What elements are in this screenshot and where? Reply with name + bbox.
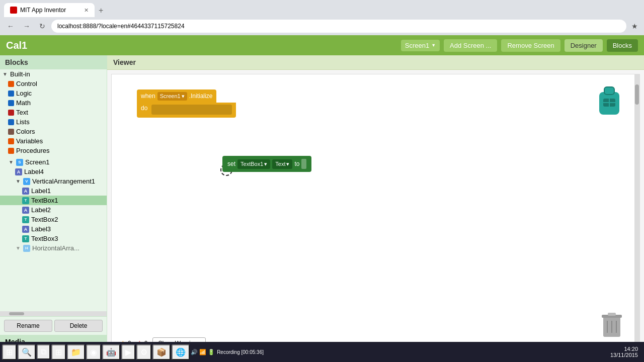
android-button[interactable]: 🤖	[102, 344, 120, 360]
category-logic-label: Logic	[16, 89, 32, 97]
date-display: 13/11/2015	[610, 352, 638, 358]
colors-color-icon	[8, 129, 14, 135]
rename-button[interactable]: Rename	[4, 320, 52, 332]
block-when-initialize[interactable]: when Screen1 ▾ .Initialize do	[137, 89, 236, 118]
initialize-label: .Initialize	[189, 93, 213, 100]
trash-icon[interactable]	[599, 311, 624, 342]
screen1-icon: S	[16, 159, 23, 166]
textbox1-icon: T	[22, 197, 29, 204]
va1-expand-icon: ▼	[15, 178, 21, 185]
delete-button[interactable]: Delete	[54, 320, 103, 332]
textbox1-dropdown-arrow: ▾	[264, 161, 267, 167]
taskbar: ⊞ 🔍 ⧉ ⊞ 📁 ◉ 🤖 ▶ ⚙ 📦 🌐 🔊 📶 🔋 Recording [0…	[0, 342, 644, 362]
time-display: 14:20	[610, 346, 638, 352]
block-when-cap: when Screen1 ▾ .Initialize	[137, 89, 216, 103]
terminal-button[interactable]: ▶	[121, 344, 135, 360]
component-textbox2[interactable]: T TextBox2	[0, 215, 107, 224]
textbox3-label: TextBox3	[31, 235, 58, 242]
remove-screen-button[interactable]: Remove Screen	[501, 39, 560, 52]
trash-svg	[599, 311, 624, 341]
screen1-dropdown[interactable]: Screen1 ▾	[157, 92, 187, 101]
backpack-icon[interactable]	[594, 84, 624, 121]
address-bar[interactable]	[51, 20, 626, 33]
viewer-scrollbar-thumb	[635, 84, 639, 105]
component-textbox1[interactable]: T TextBox1	[0, 196, 107, 205]
category-text[interactable]: Text	[0, 108, 107, 117]
rename-delete-bar: Rename Delete	[0, 317, 107, 335]
designer-button[interactable]: Designer	[565, 39, 603, 52]
component-label1[interactable]: A Label1	[0, 186, 107, 196]
search-button[interactable]: 🔍	[18, 344, 36, 360]
svg-rect-7	[608, 313, 616, 316]
app-button[interactable]: 📦	[152, 344, 171, 360]
sidebar-header: Blocks	[0, 55, 107, 69]
label2-icon: A	[22, 207, 29, 214]
textbox3-icon: T	[22, 235, 29, 242]
category-procedures[interactable]: Procedures	[0, 146, 107, 155]
blocks-button[interactable]: Blocks	[607, 39, 638, 52]
viewer: Viewer when Screen1 ▾ .Initialize do	[107, 55, 644, 362]
label3-icon: A	[22, 226, 29, 233]
expand-icon: ▼	[2, 71, 8, 77]
reload-button[interactable]: ↻	[36, 20, 48, 32]
control-color-icon	[8, 81, 14, 87]
text-color-icon	[8, 110, 14, 116]
forward-button[interactable]: →	[20, 20, 33, 32]
label4-label: Label4	[24, 168, 44, 175]
new-tab-button[interactable]: +	[95, 4, 107, 17]
category-logic[interactable]: Logic	[0, 88, 107, 98]
component-label3[interactable]: A Label3	[0, 224, 107, 234]
category-variables[interactable]: Variables	[0, 136, 107, 146]
category-math[interactable]: Math	[0, 98, 107, 108]
component-partial[interactable]: ▼ H HorizontalArra...	[0, 243, 107, 253]
component-textbox3[interactable]: T TextBox3	[0, 234, 107, 243]
category-colors[interactable]: Colors	[0, 127, 107, 136]
taskbar-clock: 14:20 13/11/2015	[610, 346, 642, 358]
logic-color-icon	[8, 90, 14, 97]
task-view-button[interactable]: ⧉	[37, 344, 50, 359]
tab-label: MIT App Inventor	[20, 7, 66, 14]
category-control-label: Control	[16, 80, 37, 87]
sidebar-hscroll[interactable]	[0, 311, 107, 316]
category-text-label: Text	[16, 109, 28, 116]
back-button[interactable]: ←	[4, 20, 17, 32]
set-label: set	[227, 160, 235, 167]
file-explorer-button[interactable]: 📁	[67, 344, 85, 360]
bookmark-icon[interactable]: ★	[629, 20, 640, 32]
textbox1-dropdown[interactable]: TextBox1 ▾	[237, 159, 270, 169]
category-control[interactable]: Control	[0, 79, 107, 88]
systray-icons: 🔊 📶 🔋	[191, 349, 215, 355]
text-dropdown[interactable]: Text ▾	[272, 159, 292, 169]
math-color-icon	[8, 100, 14, 106]
textbox2-icon: T	[22, 216, 29, 223]
windows-icon[interactable]: ⊞	[51, 344, 66, 360]
component-verticalarrangement1[interactable]: ▼ V VerticalArrangement1	[0, 176, 107, 186]
partial-label: HorizontalArra...	[32, 244, 79, 252]
procedures-color-icon	[8, 148, 14, 154]
to-slot	[301, 159, 306, 169]
settings-button[interactable]: ⚙	[136, 344, 151, 360]
tab-close-button[interactable]: ✕	[84, 7, 89, 14]
category-lists[interactable]: Lists	[0, 117, 107, 127]
variables-color-icon	[8, 138, 14, 144]
component-label4[interactable]: A Label4	[0, 167, 107, 176]
app-title: Cal1	[6, 40, 397, 51]
category-lists-label: Lists	[16, 118, 30, 126]
browser-button[interactable]: 🌐	[172, 344, 190, 360]
to-label: to	[294, 160, 299, 167]
label3-label: Label3	[31, 225, 51, 233]
component-label2[interactable]: A Label2	[0, 205, 107, 215]
screen1-item[interactable]: ▼ S Screen1	[0, 157, 107, 167]
sidebar-content: ▼ Built-in Control Logic Math Text	[0, 69, 107, 311]
block-set-textbox[interactable]: set TextBox1 ▾ Text ▾ to	[222, 156, 311, 172]
chrome-button[interactable]: ◉	[86, 344, 101, 360]
start-button[interactable]: ⊞	[2, 344, 17, 360]
add-screen-button[interactable]: Add Screen ...	[444, 39, 497, 52]
browser-tab[interactable]: MIT App Inventor ✕	[4, 3, 95, 17]
screen-selector[interactable]: Screen1 ▼	[401, 40, 440, 51]
viewer-scrollbar[interactable]	[634, 74, 639, 357]
builtin-section[interactable]: ▼ Built-in	[0, 69, 107, 79]
viewer-content[interactable]: when Screen1 ▾ .Initialize do	[111, 74, 640, 358]
screen1-label: Screen1	[25, 158, 49, 166]
tab-favicon	[10, 7, 17, 14]
